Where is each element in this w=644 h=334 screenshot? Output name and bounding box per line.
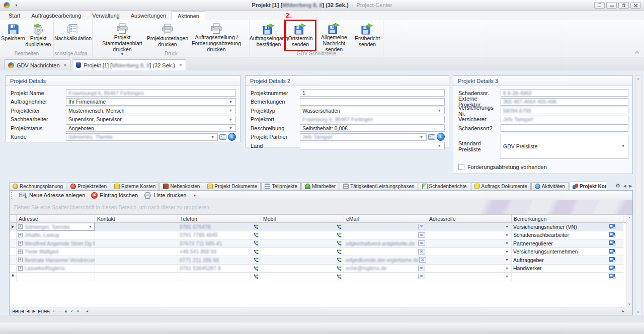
bemerkungen-cell[interactable]: Schadensachbearbeiter bbox=[512, 231, 601, 240]
mobil-cell[interactable] bbox=[261, 231, 344, 240]
nav-prev-page-button[interactable]: |◀ bbox=[19, 308, 25, 314]
tab-projekt-dokumente[interactable]: Projekt Dokumente bbox=[204, 182, 261, 190]
contact-card-icon[interactable] bbox=[219, 134, 226, 140]
kontakt-cell[interactable] bbox=[95, 265, 178, 273]
telefon-cell[interactable]: +49 541 868 59 bbox=[178, 248, 261, 257]
telefon-cell[interactable]: 0771 211 285 98 bbox=[178, 256, 261, 265]
externe-projektnr-input[interactable]: 365 467-4664 465-496 bbox=[501, 98, 628, 106]
table-row[interactable]: Bestrate Hanseme Verstrecung AG 0771 211… bbox=[10, 256, 623, 265]
adresse-cell[interactable]: Jrkafte, Lastug bbox=[17, 231, 95, 240]
column-header-adresse[interactable]: Adresse bbox=[17, 215, 95, 222]
projektunterlagen-drucken-button[interactable]: Projektunterlagen drucken bbox=[150, 22, 185, 51]
nav-edit-button[interactable]: ▲ bbox=[63, 308, 69, 314]
versicherer-input[interactable]: Jefs Tamgart bbox=[501, 116, 628, 123]
bemerkungen-cell[interactable]: Versicherungsnehmer (VN) bbox=[512, 223, 601, 231]
phone-icon[interactable] bbox=[337, 274, 342, 279]
actions-cell[interactable] bbox=[601, 273, 623, 281]
schadensort2-input[interactable] bbox=[501, 124, 628, 132]
phone-icon[interactable] bbox=[254, 257, 259, 263]
adressrolle-cell[interactable] bbox=[427, 239, 512, 248]
phone-icon[interactable] bbox=[337, 240, 342, 246]
phone-icon[interactable] bbox=[337, 249, 342, 255]
kontakt-cell[interactable] bbox=[95, 248, 178, 257]
phone-icon[interactable] bbox=[254, 232, 259, 238]
expand-icon[interactable] bbox=[18, 224, 23, 229]
phone-icon[interactable] bbox=[254, 240, 259, 246]
sachbearbeiter-select[interactable]: Supervisor, Supervisor bbox=[66, 116, 236, 123]
actions-cell[interactable] bbox=[601, 231, 623, 240]
actions-cell[interactable] bbox=[601, 265, 623, 273]
email-icon[interactable] bbox=[418, 266, 425, 271]
expand-icon[interactable] bbox=[18, 241, 23, 245]
versicherungs-nr-input[interactable]: 58094.6799 bbox=[501, 107, 628, 114]
table-row[interactable]: Westfred Angemde Striet Dg 98 07673 711 … bbox=[10, 239, 623, 248]
table-row-new[interactable] bbox=[10, 273, 623, 281]
note-icon[interactable] bbox=[609, 274, 616, 279]
table-row[interactable]: Lasseke/Rsglens 0761 53645287 8 echir@rs… bbox=[10, 265, 623, 273]
ribbon-tab-verwaltung[interactable]: Verwaltung bbox=[87, 11, 125, 20]
scroll-up-icon[interactable]: ▲ bbox=[637, 77, 640, 80]
adressrolle-cell[interactable] bbox=[427, 265, 512, 273]
hscroll-left-icon[interactable]: ◂ bbox=[86, 309, 88, 313]
forderungsabtretung-checkbox[interactable] bbox=[458, 164, 464, 170]
close-tab-icon[interactable] bbox=[178, 62, 182, 68]
note-icon[interactable] bbox=[609, 257, 616, 263]
phone-icon[interactable] bbox=[254, 224, 259, 229]
page-vertical-scrollbar[interactable]: ▲ ▼ bbox=[635, 75, 641, 315]
speichern-button[interactable]: Speichern bbox=[2, 22, 25, 51]
scroll-tabs-left-icon[interactable]: ◂ bbox=[623, 183, 626, 189]
tab-settings-gear-icon[interactable]: ⚙ bbox=[615, 183, 620, 189]
adressrolle-cell[interactable] bbox=[427, 223, 512, 231]
ribbon-tab-auftragsbearbeitung[interactable]: Auftragsbearbeitung bbox=[26, 11, 87, 20]
tab-externe-kosten[interactable]: Externe Kosten bbox=[111, 182, 159, 190]
kontakt-cell[interactable] bbox=[95, 231, 178, 240]
erstbericht-senden-button[interactable]: Erstbericht senden bbox=[353, 22, 381, 51]
kontakt-cell[interactable] bbox=[95, 273, 178, 281]
email-cell[interactable]: sdgkerhaltverd-antglekelte.de bbox=[344, 239, 427, 248]
contact-card-icon[interactable] bbox=[428, 134, 435, 140]
kontakt-cell[interactable] bbox=[95, 223, 178, 231]
actions-cell[interactable] bbox=[601, 239, 623, 248]
scroll-down-icon[interactable]: ▼ bbox=[628, 303, 631, 306]
email-cell[interactable]: refgedksmde.der-erglebsme.de bbox=[344, 256, 427, 265]
mobil-cell[interactable] bbox=[261, 265, 344, 273]
column-header-email[interactable]: eMail bbox=[344, 215, 427, 222]
auftragseingang-bestaetigen-button[interactable]: Auftragseingang bestätigen bbox=[252, 22, 286, 51]
table-row[interactable]: Jrkafte, Lastug 0761 7789 4845 Schadensa… bbox=[10, 231, 623, 240]
restore-button[interactable] bbox=[618, 2, 629, 9]
kontakt-cell[interactable] bbox=[95, 256, 178, 265]
phone-icon[interactable] bbox=[337, 257, 342, 263]
projekt-partner-select[interactable]: Jefs Tamgart bbox=[300, 133, 427, 141]
schadensnr-input[interactable]: 8 8-38-4963 bbox=[501, 89, 628, 97]
mobil-cell[interactable] bbox=[261, 239, 344, 248]
email-cell[interactable] bbox=[344, 273, 427, 281]
ortstermin-senden-button[interactable]: 2. Ortstermin senden bbox=[286, 22, 315, 51]
phone-icon[interactable] bbox=[337, 224, 342, 229]
note-icon[interactable] bbox=[609, 240, 616, 246]
scroll-down-icon[interactable]: ▼ bbox=[637, 311, 640, 314]
bemerkungen-cell[interactable]: Versicherungsunternehmen bbox=[512, 248, 601, 257]
phone-icon[interactable] bbox=[337, 266, 342, 271]
nav-prev-button[interactable]: ◀ bbox=[25, 308, 31, 314]
bemerkungen-cell[interactable]: Handwerker bbox=[512, 265, 601, 273]
neue-adresse-anlegen-button[interactable]: Neue Adresse anlegen bbox=[16, 191, 88, 200]
projektleiter-select[interactable]: Mustermensch, Mensch bbox=[66, 107, 236, 114]
column-header-kontakt[interactable]: Kontakt bbox=[95, 215, 178, 222]
kunde-select[interactable]: Sdmiertes, Tfamtia bbox=[66, 133, 218, 141]
nav-endedit-button[interactable]: ✓ bbox=[69, 308, 75, 314]
adresse-cell[interactable] bbox=[17, 273, 95, 281]
phone-icon[interactable] bbox=[254, 249, 259, 255]
nachkalkulation-button[interactable]: Nachkalkulation bbox=[55, 22, 91, 51]
expand-icon[interactable] bbox=[18, 258, 23, 262]
projekt-name-input[interactable]: Frawrtsurgd 6, 85467 Fsrtringen bbox=[66, 89, 236, 97]
column-header-adressrolle[interactable]: Adressrolle bbox=[427, 215, 512, 222]
grid-vertical-scrollbar[interactable]: ▲ ▼ bbox=[626, 215, 632, 307]
nav-next-page-button[interactable]: ▶| bbox=[37, 308, 43, 314]
table-row[interactable]: Tlede Maftged +49 541 868 59 Versicherun… bbox=[10, 248, 623, 257]
add-partner-button[interactable] bbox=[437, 133, 445, 141]
tab-teilprojekte[interactable]: Teilprojekte bbox=[261, 182, 301, 190]
close-button[interactable] bbox=[630, 2, 641, 9]
collapse-ribbon-button[interactable] bbox=[635, 51, 639, 55]
adresse-cell[interactable]: Westfred Angemde Striet Dg 98 bbox=[17, 239, 95, 248]
tab-mitarbeiter[interactable]: Mitarbeiter bbox=[301, 182, 339, 190]
